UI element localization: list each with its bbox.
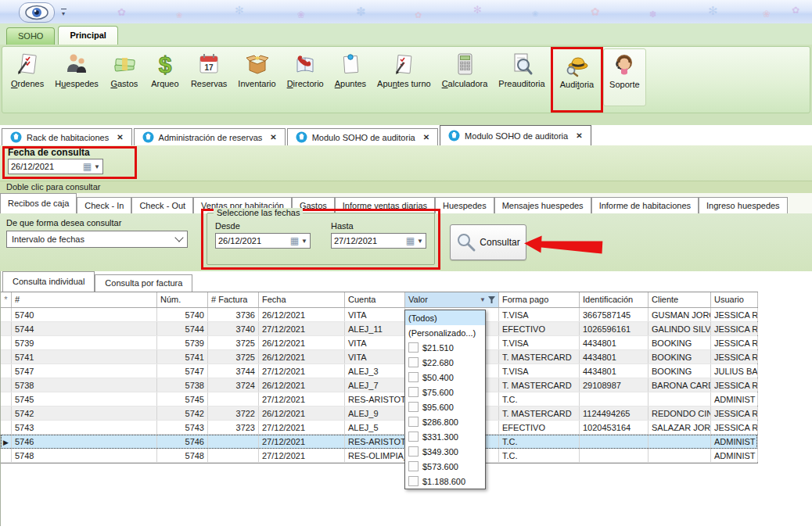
app-window: ▾ ✿ ❀ ✻ ❀ ✽ ✿ ✻ ❀ ✿ ✽ ✻ ❀ ✿ SOHOPrincipa…: [0, 0, 812, 530]
toolbar-button-apuntes[interactable]: Apuntes: [329, 48, 372, 106]
grid-column-header-fecha[interactable]: Fecha: [259, 292, 345, 307]
checkbox-unchecked-icon[interactable]: [408, 342, 419, 353]
checkbox-unchecked-icon[interactable]: [408, 402, 419, 412]
table-row[interactable]: 57445744374027/12/2021ALEJ_11EFECTIVO102…: [1, 322, 757, 336]
filter-option[interactable]: (Todos): [405, 310, 485, 325]
grid-cell: JULIUS BA: [711, 364, 758, 378]
filter-option[interactable]: $573.600: [405, 459, 485, 474]
column-header-label: Identificación: [583, 292, 633, 307]
table-row[interactable]: 57405740373626/12/2021VITAT.VISA36675871…: [1, 308, 757, 322]
audit-icon: [563, 52, 590, 78]
toolbar-button-soporte[interactable]: Soporte: [603, 48, 646, 106]
filter-option[interactable]: $331.300: [405, 429, 485, 444]
grid-cell: [208, 392, 259, 406]
close-icon[interactable]: ✕: [270, 133, 276, 141]
filter-option[interactable]: $286.800: [405, 414, 485, 429]
grid-cell: JESSICA R: [711, 350, 758, 363]
decorative-flower: ✻: [235, 4, 244, 16]
grid-cell: 27/12/2021: [259, 421, 345, 434]
ribbon-tab-principal[interactable]: Principal: [58, 26, 117, 45]
doc-tab[interactable]: Administración de reservas✕: [134, 128, 286, 145]
toolbar-button-gastos[interactable]: Gastos: [104, 48, 145, 106]
table-row[interactable]: 57395739372526/12/2021VITAT.VISA4434801B…: [1, 336, 757, 350]
table-row[interactable]: 57425742372226/12/2021ALEJ_9T. MASTERCAR…: [1, 406, 757, 421]
grid-column-header--[interactable]: #: [12, 292, 157, 307]
fecha-consulta-datepicker[interactable]: 26/12/2021 ▦ ▼: [8, 159, 103, 174]
report-tab-ingreso-huespedes[interactable]: Ingreso huespedes: [699, 197, 788, 213]
filter-option[interactable]: $349.300: [405, 444, 485, 459]
toolbar-button-inventario[interactable]: Inventario: [232, 48, 281, 106]
ribbon-tab-soho[interactable]: SOHO: [6, 27, 55, 45]
table-row[interactable]: 5745574527/12/2021RES-ARISTOTT.C.ADMINIS…: [1, 392, 757, 406]
table-row[interactable]: 57475747374427/12/2021ALEJ_3T.VISA443480…: [1, 364, 757, 378]
grid-column-header-usuario[interactable]: Usuario: [711, 292, 758, 307]
grid-column-header-identificaci-n[interactable]: Identificación: [580, 292, 649, 307]
grid-cell: 29108987: [580, 378, 649, 392]
table-row[interactable]: ▶5746574627/12/2021RES-ARISTOTT.C.ADMINI…: [1, 435, 757, 449]
annotation-rect-fechas: Seleccione las fechas Desde 26/12/2021 ▦…: [201, 209, 440, 270]
decorative-flower: ❀: [176, 11, 182, 20]
checkbox-unchecked-icon[interactable]: [408, 461, 419, 471]
checkbox-unchecked-icon[interactable]: [408, 372, 419, 382]
filter-option[interactable]: $75.600: [405, 385, 485, 399]
grid-cell: 5748: [157, 449, 208, 462]
checkbox-unchecked-icon[interactable]: [408, 417, 419, 427]
hasta-datepicker[interactable]: 27/12/2021 ▦ ▼: [331, 233, 426, 249]
close-icon[interactable]: ✕: [117, 133, 123, 141]
toolbar-button-preauditoria[interactable]: Preauditoria: [493, 48, 550, 106]
report-tab-mensajes-huespedes[interactable]: Mensajes huespedes: [494, 197, 591, 213]
table-row[interactable]: 5748574827/12/2021RES-OLIMPIA_T.C.ADMINI…: [1, 449, 757, 463]
filter-funnel-icon[interactable]: [488, 296, 495, 303]
toolbar-button-ordenes[interactable]: Ordenes: [5, 48, 49, 106]
grid-column-header-n-m-[interactable]: Núm.: [157, 292, 208, 307]
chevron-down-icon[interactable]: ▼: [417, 238, 423, 245]
grid-column-header-forma-pago[interactable]: Forma pago: [499, 292, 580, 307]
report-tab-check-out[interactable]: Check - Out: [131, 197, 193, 213]
chevron-down-icon[interactable]: ▼: [301, 238, 307, 245]
report-tab-informe-de-habitaciones[interactable]: Informe de habitaciones: [591, 197, 699, 213]
toolbar-button-apuntes-turno[interactable]: Apuntes turno: [372, 48, 437, 106]
filter-option[interactable]: $22.680: [405, 355, 485, 370]
filter-option[interactable]: $1.188.600: [405, 474, 485, 489]
report-tab-huespedes[interactable]: Huespedes: [435, 197, 494, 213]
toolbar-button-huespedes[interactable]: Huespedes: [49, 48, 104, 106]
filter-option[interactable]: (Personalizado...): [405, 325, 485, 340]
table-row[interactable]: 57385738372426/12/2021ALEJ_7T. MASTERCAR…: [1, 378, 757, 392]
filter-option[interactable]: $21.510: [405, 340, 485, 355]
desde-datepicker[interactable]: 26/12/2021 ▦ ▼: [215, 233, 311, 249]
toolbar-button-reservas[interactable]: 17Reservas: [185, 48, 232, 106]
checkbox-unchecked-icon[interactable]: [408, 387, 419, 397]
grid-column-header--factura[interactable]: # Factura: [208, 292, 259, 307]
toolbar-button-calculadora[interactable]: Calculadora: [437, 48, 494, 106]
consultar-button[interactable]: Consultar: [450, 224, 526, 260]
table-row[interactable]: 57435743372327/12/2021ALEJ_5EFECTIVO1020…: [1, 421, 757, 435]
close-icon[interactable]: ✕: [576, 131, 582, 140]
filter-dropdown-arrow-icon[interactable]: ▼: [480, 292, 486, 307]
grid-column-header-cuenta[interactable]: Cuenta: [345, 292, 405, 307]
chevron-down-icon[interactable]: ▼: [94, 163, 100, 170]
toolbar-button-directorio[interactable]: Directorio: [282, 48, 329, 106]
report-tab-check-in[interactable]: Check - In: [77, 197, 131, 213]
close-icon[interactable]: ✕: [423, 133, 429, 141]
grid-column-header-cliente[interactable]: Cliente: [649, 292, 711, 307]
doc-tab[interactable]: Modulo SOHO de auditoria✕: [440, 125, 591, 145]
checkbox-unchecked-icon[interactable]: [408, 446, 419, 457]
toolbar-button-auditoria[interactable]: Auditoria: [555, 49, 599, 107]
checkbox-unchecked-icon[interactable]: [408, 476, 419, 486]
filter-option[interactable]: $50.400: [405, 370, 485, 385]
toolbar-button-arqueo[interactable]: $Arqueo: [145, 48, 185, 106]
filter-option[interactable]: $95.600: [405, 399, 485, 414]
table-row[interactable]: 57415741372526/12/2021VITAT. MASTERCARD4…: [1, 350, 757, 364]
query-mode-select[interactable]: Intervalo de fechas: [6, 231, 188, 248]
report-tab-recibos-de-caja[interactable]: Recibos de caja: [0, 193, 77, 213]
doc-tab[interactable]: Modulo SOHO de auditoria✕: [287, 128, 438, 145]
grid-column-header-valor[interactable]: Valor▼: [405, 292, 499, 307]
sub-tab-consulta-por-factura[interactable]: Consulta por factura: [95, 274, 192, 292]
checkbox-unchecked-icon[interactable]: [408, 432, 419, 442]
sub-tab-consulta-individual[interactable]: Consulta individual: [2, 271, 95, 292]
app-menu-button[interactable]: [19, 2, 55, 23]
app-menu-dropdown[interactable]: ▾: [58, 6, 69, 17]
decorative-flower: ✿: [591, 5, 600, 18]
checkbox-unchecked-icon[interactable]: [408, 357, 419, 367]
doc-tab[interactable]: Rack de habitaciones✕: [2, 128, 132, 145]
